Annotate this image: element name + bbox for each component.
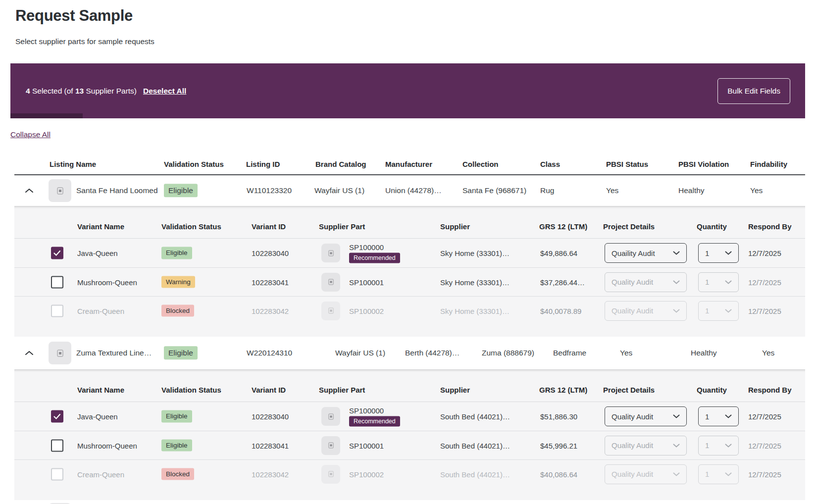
chevron-down-icon <box>725 280 732 284</box>
supplier-part-thumbnail <box>321 465 340 484</box>
image-icon <box>328 250 334 256</box>
variant-name: Java-Queen <box>77 249 118 257</box>
quantity-value: 1 <box>705 249 709 257</box>
validation-status-badge: Eligible <box>161 439 192 452</box>
selected-suffix-text: Supplier Parts) <box>84 87 137 96</box>
chevron-down-icon <box>673 414 680 418</box>
chevron-down-icon <box>725 472 732 476</box>
quantity-select: 1 <box>698 272 739 292</box>
variant-id: 102283042 <box>252 470 289 478</box>
grs-value: $45,996.21 <box>540 441 577 450</box>
chevron-down-icon <box>725 251 732 255</box>
supplier: Sky Home (33301)… <box>440 249 510 257</box>
variant-id: 102283042 <box>252 306 289 315</box>
project-details-select: Quality Audit <box>605 436 687 455</box>
validation-status-badge: Blocked <box>161 304 194 317</box>
col-variant-validation: Validation Status <box>161 222 221 231</box>
quantity-value: 1 <box>705 412 709 421</box>
respond-by-date: 12/7/2025 <box>748 249 781 257</box>
validation-status-badge: Blocked <box>161 468 194 480</box>
validation-status-badge: Warning <box>161 276 195 288</box>
quantity-select[interactable]: 1 <box>698 243 739 263</box>
col-grs: GRS 12 (LTM) <box>539 222 587 231</box>
col-variant-validation: Validation Status <box>161 386 221 394</box>
project-details-select[interactable]: Quality Audit <box>605 406 687 426</box>
image-icon <box>328 442 334 449</box>
variant-checkbox <box>51 468 63 480</box>
collapse-chevron-icon[interactable] <box>25 351 34 355</box>
respond-by-date: 12/7/2025 <box>748 441 781 450</box>
recommended-badge: Recommended <box>349 416 400 427</box>
listing-thumbnail <box>49 179 71 202</box>
col-respond-by: Respond By <box>748 386 792 394</box>
col-project-details: Project Details <box>603 386 655 394</box>
supplier-part-id: SP100002 <box>349 306 384 315</box>
chevron-down-icon <box>725 444 732 448</box>
variant-id: 102283040 <box>252 412 289 421</box>
col-supplier-part: Supplier Part <box>319 386 365 394</box>
selection-summary: 4 Selected (of 13 Supplier Parts)Deselec… <box>26 87 186 96</box>
project-details-select: Quality Audit <box>605 464 687 484</box>
deselect-all-link[interactable]: Deselect All <box>143 87 186 96</box>
variant-checkbox[interactable] <box>51 410 63 423</box>
col-variant-name: Variant Name <box>77 222 124 231</box>
pbsi-violation: Healthy <box>691 349 717 357</box>
col-grs: GRS 12 (LTM) <box>539 386 587 394</box>
supplier: South Bed (44021)… <box>440 441 510 450</box>
variant-checkbox[interactable] <box>51 276 63 288</box>
validation-status-badge: Eligible <box>164 184 198 197</box>
quantity-select: 1 <box>698 436 739 455</box>
manufacturer: Berth (44278)… <box>405 349 460 357</box>
page-subtitle: Select supplier parts for sample request… <box>15 37 817 46</box>
project-details-value: Quaility Audit <box>612 249 655 257</box>
supplier-part-id: SP100001 <box>349 441 384 450</box>
variant-id: 102283040 <box>252 249 289 257</box>
respond-by-date: 12/7/2025 <box>748 412 781 421</box>
total-count: 13 <box>75 87 84 96</box>
image-icon <box>57 350 63 357</box>
col-collection: Collection <box>462 160 499 168</box>
variant-checkbox[interactable] <box>51 439 63 452</box>
variant-row: Cream-Queen Blocked 102283042 SP100002 S… <box>14 296 805 325</box>
check-icon <box>53 413 61 419</box>
supplier-part-thumbnail <box>321 244 340 262</box>
variant-id: 102283041 <box>252 278 289 286</box>
image-icon <box>57 187 63 195</box>
manufacturer: Union (44278)… <box>385 186 442 195</box>
quantity-value: 1 <box>705 306 709 315</box>
variant-checkbox[interactable] <box>51 247 63 259</box>
pbsi-status: Yes <box>606 186 618 195</box>
chevron-down-icon <box>673 280 680 284</box>
collapse-chevron-icon[interactable] <box>25 188 34 193</box>
bulk-edit-fields-button[interactable]: Bulk Edit Fields <box>717 78 790 104</box>
grs-value: $37,286.44… <box>540 278 585 286</box>
col-variant-id: Variant ID <box>252 222 286 231</box>
supplier-part-id: SP100000 <box>349 406 384 415</box>
quantity-value: 1 <box>705 470 709 478</box>
supplier-part-id: SP100001 <box>349 278 384 286</box>
col-manufacturer: Manufacturer <box>385 160 432 168</box>
project-details-select: Quality Audit <box>605 272 687 292</box>
quantity-select[interactable]: 1 <box>698 406 739 426</box>
brand-catalog: Wayfair US (1) <box>314 186 364 195</box>
quantity-value: 1 <box>705 278 709 286</box>
col-quantity: Quantity <box>697 222 727 231</box>
supplier-part-thumbnail <box>321 302 340 320</box>
variant-row: Java-Queen Eligible 102283040 SP100000Re… <box>14 239 805 267</box>
variant-header-row: Variant Name Validation Status Variant I… <box>14 380 805 402</box>
variant-name: Cream-Queen <box>77 470 124 478</box>
quantity-select: 1 <box>698 464 739 484</box>
image-icon <box>328 413 334 420</box>
class: Bedframe <box>553 349 586 357</box>
listing-header-row: Listing Name Validation Status Listing I… <box>14 153 805 175</box>
brand-catalog: Wayfair US (1) <box>335 349 385 357</box>
col-supplier: Supplier <box>440 386 470 394</box>
collapse-all-link[interactable]: Collapse All <box>10 130 51 139</box>
chevron-down-icon <box>673 309 680 313</box>
horizontal-scrollbar-thumb[interactable] <box>10 113 83 118</box>
listing-id: W220124310 <box>247 349 292 357</box>
project-details-value: Quality Audit <box>612 306 653 315</box>
respond-by-date: 12/7/2025 <box>748 278 781 286</box>
supplier: South Bed (44021)… <box>440 470 510 478</box>
project-details-select[interactable]: Quaility Audit <box>605 243 687 263</box>
